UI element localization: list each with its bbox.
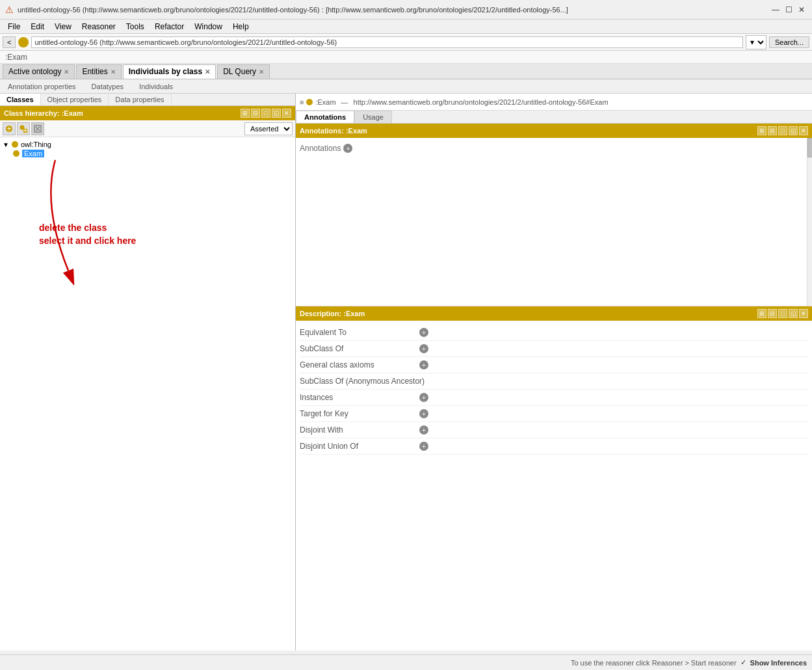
hier-icon-5[interactable]: ✕ [282, 109, 291, 118]
address-bar: < ▾ Search... [0, 34, 812, 51]
annotations-section: Annotations: :Exam ⊞ ⊟ □ ◱ ✕ Annotations… [296, 124, 812, 306]
asserted-dropdown[interactable]: Asserted Inferred [244, 122, 293, 135]
add-equivalent-to-button[interactable]: + [419, 328, 428, 337]
main-layout: Classes Object properties Data propertie… [0, 94, 812, 650]
tab-close-active-ontology[interactable]: ✕ [64, 68, 69, 75]
hier-icon-3[interactable]: □ [261, 109, 270, 118]
search-button[interactable]: Search... [769, 36, 809, 48]
menu-refactor[interactable]: Refactor [150, 21, 189, 33]
annotation-arrow [36, 154, 166, 297]
annotations-icon-5[interactable]: ✕ [799, 126, 808, 135]
right-tabs: Annotations Usage [296, 111, 812, 124]
entities-tab-individuals[interactable]: Individuals [134, 81, 178, 92]
tab-individuals-by-class[interactable]: Individuals by class ✕ [123, 64, 216, 79]
menu-view[interactable]: View [49, 21, 77, 33]
add-target-for-key-button[interactable]: + [419, 409, 428, 418]
desc-subclass-anonymous: SubClass Of (Anonymous Ancestor) [300, 373, 808, 390]
description-icon-4[interactable]: ◱ [789, 309, 798, 318]
add-general-class-axioms-button[interactable]: + [419, 360, 428, 369]
description-section-icons: ⊞ ⊟ □ ◱ ✕ [757, 309, 808, 318]
address-input[interactable] [31, 36, 743, 48]
right-tab-usage[interactable]: Usage [354, 111, 392, 123]
menu-reasoner[interactable]: Reasoner [77, 21, 121, 33]
right-header-dot [306, 99, 313, 105]
description-icon-5[interactable]: ✕ [799, 309, 808, 318]
annotation-overlay: delete the class select it and click her… [0, 137, 295, 650]
tab-active-ontology[interactable]: Active ontology ✕ [3, 64, 75, 79]
desc-label-subclass-anonymous: SubClass Of (Anonymous Ancestor) [300, 377, 425, 386]
owl-thing-label: owl:Thing [21, 141, 51, 148]
desc-subclass-of: SubClass Of + [300, 341, 808, 357]
class-tab-data-properties[interactable]: Data properties [109, 94, 171, 105]
tab-dl-query[interactable]: DL Query ✕ [217, 64, 270, 79]
menu-tools[interactable]: Tools [121, 21, 150, 33]
menu-file[interactable]: File [3, 21, 25, 33]
annotations-icon-2[interactable]: ⊟ [768, 126, 777, 135]
entities-tab-datatypes[interactable]: Datatypes [86, 81, 129, 92]
ontology-icon [18, 37, 29, 47]
status-checkmark: ✓ [740, 658, 746, 667]
right-header-menu-icon[interactable]: ≡ [300, 98, 304, 106]
desc-label-disjoint-union-of: Disjoint Union Of [300, 442, 417, 451]
add-instances-button[interactable]: + [419, 393, 428, 402]
annotations-scrollbar[interactable] [807, 138, 812, 306]
desc-label-general-class-axioms: General class axioms [300, 360, 417, 369]
close-button[interactable]: ✕ [796, 5, 807, 15]
desc-equivalent-to: Equivalent To + [300, 325, 808, 341]
description-section: Description: :Exam ⊞ ⊟ □ ◱ ✕ Equivalent … [296, 306, 812, 650]
annotation-text: delete the class select it and click her… [39, 222, 136, 247]
tree-arrow-owl-thing[interactable]: ▼ [3, 141, 9, 148]
tree-indent-exam: Exam [3, 149, 293, 158]
desc-instances: Instances + [300, 390, 808, 406]
main-tabs: Active ontology ✕ Entities ✕ Individuals… [0, 64, 812, 79]
description-icon-1[interactable]: ⊞ [757, 309, 766, 318]
annotations-icon-4[interactable]: ◱ [789, 126, 798, 135]
show-inferences-button[interactable]: Show Inferences [750, 659, 807, 667]
add-subclass-of-button[interactable]: + [419, 344, 428, 353]
desc-label-subclass-of: SubClass Of [300, 344, 417, 353]
annotations-body: Annotations + [296, 138, 807, 306]
window-title: untitled-ontology-56 (http://www.semanti… [18, 6, 568, 14]
address-dropdown[interactable]: ▾ [746, 35, 766, 49]
add-subclass-button[interactable]: + [17, 122, 30, 135]
hier-icon-4[interactable]: ◱ [272, 109, 281, 118]
class-tab-classes[interactable]: Classes [0, 94, 41, 105]
description-icon-3[interactable]: □ [778, 309, 787, 318]
right-tab-annotations[interactable]: Annotations [296, 111, 354, 123]
menu-edit[interactable]: Edit [25, 21, 49, 33]
annotation-add-row: Annotations + [300, 142, 803, 155]
window-controls: — ☐ ✕ [770, 5, 807, 15]
hier-icon-1[interactable]: ⊞ [241, 109, 250, 118]
tree-item-owl-thing[interactable]: ▼ owl:Thing [3, 140, 293, 149]
tab-close-individuals[interactable]: ✕ [205, 68, 210, 75]
breadcrumb: :Exam [0, 51, 812, 64]
delete-class-button[interactable] [31, 122, 44, 135]
entities-tab-annotation[interactable]: Annotation properties [3, 81, 81, 92]
menu-help[interactable]: Help [228, 21, 254, 33]
entities-tabs: Annotation properties Datatypes Individu… [0, 79, 812, 94]
tab-close-entities[interactable]: ✕ [111, 68, 116, 75]
add-disjoint-with-button[interactable]: + [419, 425, 428, 435]
back-button[interactable]: < [3, 36, 16, 48]
hier-icon-2[interactable]: ⊟ [251, 109, 260, 118]
add-annotation-button[interactable]: + [343, 144, 352, 153]
svg-text:+: + [7, 124, 11, 133]
exam-label[interactable]: Exam [22, 150, 44, 157]
annotations-scrollbar-thumb[interactable] [807, 138, 812, 157]
annotations-icon-3[interactable]: □ [778, 126, 787, 135]
restore-button[interactable]: ☐ [783, 5, 794, 15]
description-icon-2[interactable]: ⊟ [768, 309, 777, 318]
annotations-icon-1[interactable]: ⊞ [757, 126, 766, 135]
add-class-button[interactable]: + [3, 122, 16, 135]
desc-label-disjoint-with: Disjoint With [300, 425, 417, 435]
tab-close-dl-query[interactable]: ✕ [259, 68, 264, 75]
menu-window[interactable]: Window [189, 21, 228, 33]
minimize-button[interactable]: — [770, 5, 781, 15]
add-disjoint-union-of-button[interactable]: + [419, 442, 428, 451]
tab-entities[interactable]: Entities ✕ [76, 64, 121, 79]
desc-target-for-key: Target for Key + [300, 406, 808, 422]
tree-item-exam[interactable]: Exam [13, 149, 293, 158]
status-bar: To use the reasoner click Reasoner > Sta… [0, 654, 812, 670]
class-tab-object-properties[interactable]: Object properties [41, 94, 109, 105]
annotations-label: Annotations [300, 144, 341, 153]
